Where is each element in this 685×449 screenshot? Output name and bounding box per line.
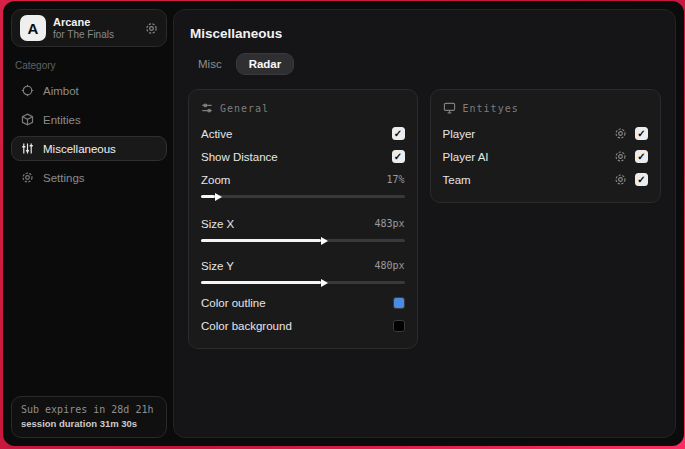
sidebar-item-entities[interactable]: Entities bbox=[11, 107, 167, 132]
setting-label: Show Distance bbox=[201, 151, 278, 163]
player-settings-gear-icon[interactable] bbox=[614, 127, 627, 140]
sliders-horizontal-icon bbox=[201, 102, 213, 114]
main-panel: Miscellaneous Misc Radar Gene bbox=[173, 9, 676, 438]
session-duration-text: session duration 31m 30s bbox=[21, 418, 157, 429]
setting-row-active: Active ✓ bbox=[201, 122, 405, 145]
entity-controls: ✓ bbox=[614, 127, 648, 140]
color-background-swatch[interactable] bbox=[393, 320, 405, 332]
sub-expires-text: Sub expires in 28d 21h bbox=[21, 404, 157, 415]
sidebar-item-settings[interactable]: Settings bbox=[11, 165, 167, 190]
panels-row: General Active ✓ Show Distance ✓ Zoom 17… bbox=[188, 89, 661, 349]
category-label: Category bbox=[15, 60, 163, 71]
setting-label: Color outline bbox=[201, 297, 266, 309]
setting-row-color-outline: Color outline bbox=[201, 291, 405, 314]
sidebar-item-aimbot[interactable]: Aimbot bbox=[11, 78, 167, 103]
show-distance-checkbox[interactable]: ✓ bbox=[392, 150, 405, 163]
sidebar-item-label: Miscellaneous bbox=[43, 143, 116, 155]
app-name: Arcane bbox=[53, 16, 114, 29]
slider-fill bbox=[201, 239, 321, 242]
slider-track bbox=[201, 195, 405, 198]
team-checkbox[interactable]: ✓ bbox=[635, 173, 648, 186]
setting-label: Active bbox=[201, 128, 232, 140]
active-checkbox[interactable]: ✓ bbox=[392, 127, 405, 140]
setting-row-size-x: Size X 483px bbox=[201, 212, 405, 235]
sidebar-item-label: Settings bbox=[43, 172, 85, 184]
profile-card: A Arcane for The Finals bbox=[11, 9, 167, 47]
setting-row-color-background: Color background bbox=[201, 314, 405, 337]
entity-controls: ✓ bbox=[614, 173, 648, 186]
entities-panel: Entityes Player ✓ bbox=[430, 89, 661, 203]
page-title: Miscellaneous bbox=[190, 26, 661, 41]
entities-panel-header: Entityes bbox=[443, 102, 648, 114]
entity-label: Player AI bbox=[443, 151, 489, 163]
entity-row-player: Player ✓ bbox=[443, 122, 648, 145]
sidebar-item-label: Entities bbox=[43, 114, 81, 126]
sliders-vertical-icon bbox=[20, 142, 34, 155]
app-window: A Arcane for The Finals Category bbox=[3, 1, 684, 446]
general-panel-header: General bbox=[201, 102, 405, 114]
size-x-slider[interactable] bbox=[201, 235, 405, 246]
slider-thumb[interactable] bbox=[321, 279, 328, 287]
setting-row-size-y: Size Y 480px bbox=[201, 254, 405, 277]
player-ai-settings-gear-icon[interactable] bbox=[614, 150, 627, 163]
entity-label: Team bbox=[443, 174, 471, 186]
setting-row-show-distance: Show Distance ✓ bbox=[201, 145, 405, 168]
general-panel-title: General bbox=[220, 103, 269, 114]
sidebar-item-label: Aimbot bbox=[43, 85, 79, 97]
crosshair-icon bbox=[20, 84, 34, 97]
setting-row-zoom: Zoom 17% bbox=[201, 168, 405, 191]
setting-label: Color background bbox=[201, 320, 292, 332]
entities-panel-title: Entityes bbox=[463, 103, 519, 114]
size-y-slider[interactable] bbox=[201, 277, 405, 288]
gear-icon bbox=[20, 171, 34, 184]
setting-label: Size Y bbox=[201, 260, 234, 272]
zoom-slider[interactable] bbox=[201, 191, 405, 202]
slider-thumb[interactable] bbox=[215, 193, 222, 201]
size-x-value: 483px bbox=[374, 218, 404, 229]
player-checkbox[interactable]: ✓ bbox=[635, 127, 648, 140]
size-y-value: 480px bbox=[374, 260, 404, 271]
game-background: A Arcane for The Finals Category bbox=[0, 0, 685, 449]
color-outline-swatch[interactable] bbox=[393, 297, 405, 309]
team-settings-gear-icon[interactable] bbox=[614, 173, 627, 186]
app-logo: A bbox=[20, 15, 46, 41]
entity-label: Player bbox=[443, 128, 476, 140]
sidebar: A Arcane for The Finals Category bbox=[3, 1, 173, 446]
monitor-icon bbox=[443, 102, 456, 114]
sidebar-item-miscellaneous[interactable]: Miscellaneous bbox=[11, 136, 167, 161]
setting-label: Size X bbox=[201, 218, 234, 230]
slider-thumb[interactable] bbox=[321, 237, 328, 245]
zoom-value: 17% bbox=[386, 174, 404, 185]
entity-row-player-ai: Player AI ✓ bbox=[443, 145, 648, 168]
entity-row-team: Team ✓ bbox=[443, 168, 648, 191]
profile-text: Arcane for The Finals bbox=[53, 16, 114, 40]
app-subtitle: for The Finals bbox=[53, 29, 114, 41]
profile-gear-icon[interactable] bbox=[145, 22, 158, 35]
general-panel: General Active ✓ Show Distance ✓ Zoom 17… bbox=[188, 89, 418, 349]
tab-radar[interactable]: Radar bbox=[236, 53, 295, 75]
tab-misc[interactable]: Misc bbox=[190, 54, 230, 74]
cube-icon bbox=[20, 113, 34, 126]
slider-fill bbox=[201, 281, 321, 284]
player-ai-checkbox[interactable]: ✓ bbox=[635, 150, 648, 163]
sidebar-spacer bbox=[11, 194, 167, 396]
setting-label: Zoom bbox=[201, 174, 230, 186]
slider-fill bbox=[201, 195, 215, 198]
subscription-card: Sub expires in 28d 21h session duration … bbox=[11, 396, 167, 438]
entity-controls: ✓ bbox=[614, 150, 648, 163]
gap bbox=[201, 205, 405, 212]
tab-bar: Misc Radar bbox=[190, 53, 661, 75]
